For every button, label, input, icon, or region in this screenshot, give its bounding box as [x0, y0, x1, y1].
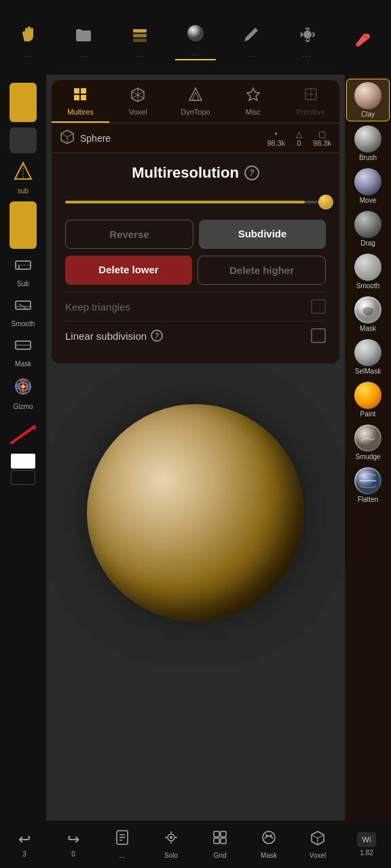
tab-dyntopo-label: DynTopo [181, 108, 210, 116]
top-tool-pencil[interactable]: ... [231, 22, 272, 59]
brush-stroke-indicator [6, 421, 40, 448]
reverse-button[interactable]: Reverse [65, 220, 193, 249]
wi-number: 1.82 [360, 849, 373, 856]
keep-triangles-row: Keep triangles [65, 292, 326, 321]
subdivide-button[interactable]: Subdivide [199, 220, 326, 249]
left-toolbar: sub Sub Smooth [0, 75, 46, 821]
left-tool-gizmo[interactable]: Gizmo [3, 373, 43, 413]
right-tool-clay[interactable]: Clay [346, 79, 390, 121]
drag-ball [354, 211, 381, 238]
linear-subdivision-help[interactable]: ? [151, 330, 163, 342]
symmetry-icon [12, 160, 34, 186]
light-icon [183, 21, 208, 45]
top-tool-settings-dots: ... [303, 50, 312, 59]
left-tool-sub[interactable]: Sub [3, 253, 43, 290]
top-tool-hand[interactable]: ... [7, 22, 48, 59]
reverse-subdivide-row: Reverse Subdivide [65, 220, 326, 249]
left-tool-smooth[interactable]: Smooth [3, 293, 43, 330]
sculpt-sphere [87, 404, 304, 621]
svg-point-51 [270, 835, 272, 837]
tab-multires[interactable]: Multires [52, 80, 109, 123]
svg-rect-0 [133, 29, 147, 33]
delete-lower-button[interactable]: Delete lower [65, 256, 192, 285]
tab-primitive-label: Primitive [297, 108, 325, 116]
svg-rect-1 [133, 34, 147, 37]
svg-rect-25 [74, 88, 79, 94]
triangle-count: 98.3k [313, 139, 331, 147]
svg-point-3 [187, 25, 204, 41]
primary-color-swatch[interactable] [10, 83, 37, 122]
paint-ball [354, 382, 381, 409]
slider-track [65, 201, 326, 203]
right-tool-smooth[interactable]: Smooth [346, 251, 390, 292]
sub-icon [14, 256, 33, 279]
right-tool-drag[interactable]: Drag [346, 208, 390, 250]
color-swatch-large[interactable] [10, 201, 37, 249]
bottom-tool-document[interactable]: ... [102, 829, 143, 859]
right-tool-selmask[interactable]: SelMask [346, 336, 390, 378]
top-tool-folder[interactable]: ... [63, 22, 104, 59]
left-tool-mask[interactable]: Mask [3, 333, 43, 370]
linear-subdivision-row: Linear subdivision ? [65, 321, 326, 350]
slider-thumb[interactable] [318, 195, 333, 210]
bottom-tool-undo[interactable]: ↩ 3 [4, 831, 45, 858]
smudge-ball [354, 425, 381, 452]
svg-line-19 [12, 427, 35, 443]
mr-slider[interactable] [65, 195, 326, 209]
stat-triangles: ▢ 98.3k [313, 130, 331, 147]
stat-vertices: • 98.3k [267, 130, 285, 147]
top-tool-light[interactable]: ... [175, 21, 216, 60]
left-tool-sym[interactable]: sub [3, 157, 43, 197]
svg-marker-31 [247, 88, 259, 100]
hand-icon [16, 22, 40, 47]
right-tool-smudge[interactable]: Smudge [346, 422, 390, 463]
svg-rect-10 [16, 301, 31, 309]
top-tool-layers-dots: ... [135, 50, 144, 59]
pencil-icon [239, 22, 263, 47]
keep-triangles-checkbox[interactable] [311, 299, 326, 314]
tab-voxel[interactable]: Voxel [109, 80, 167, 123]
tab-primitive[interactable]: Primitive [282, 80, 339, 123]
svg-point-4 [305, 32, 310, 37]
face-count: 0 [297, 139, 301, 147]
tab-dyntopo[interactable]: DynTopo [167, 80, 225, 123]
undo-count: 3 [22, 850, 26, 858]
bottom-tool-mask[interactable]: Mask [248, 829, 289, 859]
right-tool-move[interactable]: Move [346, 165, 390, 207]
secondary-color-swatch[interactable] [10, 127, 37, 153]
solo-icon [163, 829, 179, 850]
black-swatch[interactable] [11, 470, 35, 485]
gizmo-icon [12, 376, 34, 401]
svg-rect-26 [81, 88, 86, 94]
document-icon [114, 829, 130, 850]
bottom-tool-solo[interactable]: Solo [151, 829, 191, 859]
sub-label: Sub [17, 280, 29, 288]
right-tool-brush[interactable]: Brush [346, 123, 390, 164]
right-tool-flatten[interactable]: Flatten [346, 465, 390, 506]
linear-subdivision-checkbox[interactable] [311, 328, 326, 343]
top-tool-wrench[interactable] [343, 28, 384, 53]
svg-rect-2 [133, 39, 147, 42]
bottom-tool-redo[interactable]: ↪ 0 [53, 831, 94, 858]
settings-icon [295, 22, 320, 47]
delete-higher-button[interactable]: Delete higher [198, 256, 326, 285]
mr-help-icon[interactable]: ? [244, 165, 259, 180]
bottom-tool-grid[interactable]: Grid [200, 829, 240, 859]
selmask-ball [354, 339, 381, 366]
brush-label: Brush [359, 154, 377, 161]
top-tool-folder-dots: ... [79, 50, 88, 59]
move-ball [354, 168, 381, 195]
bottom-tool-voxel[interactable]: Voxel [297, 829, 338, 859]
top-toolbar: ... ... ... [0, 0, 391, 75]
wi-label: Wi [362, 835, 371, 844]
bottom-tool-wi[interactable]: Wi 1.82 [346, 832, 387, 856]
tab-misc[interactable]: Misc [224, 80, 282, 123]
move-label: Move [360, 197, 376, 204]
white-swatch[interactable] [11, 454, 35, 469]
top-tool-layers[interactable]: ... [119, 22, 160, 59]
top-tool-settings[interactable]: ... [287, 22, 328, 59]
right-tool-paint[interactable]: Paint [346, 379, 390, 420]
tab-voxel-label: Voxel [129, 108, 147, 116]
right-toolbar: Clay Brush Move Drag Smooth [345, 75, 391, 821]
right-tool-mask[interactable]: Mask [346, 294, 390, 335]
